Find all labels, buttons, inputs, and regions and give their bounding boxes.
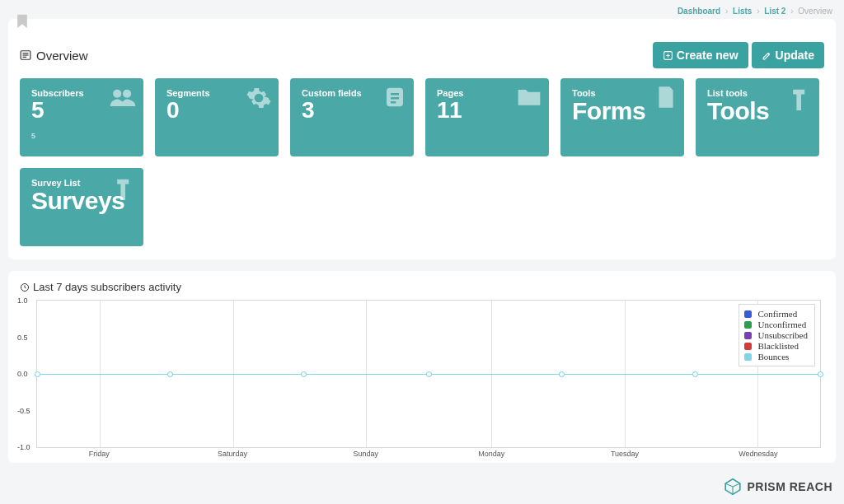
- card-custom-fields[interactable]: Custom fields 3: [290, 78, 414, 156]
- legend-label: Unsubscribed: [758, 330, 809, 340]
- legend-label: Confirmed: [758, 309, 798, 319]
- card-surveys[interactable]: Survey List Surveys: [20, 168, 143, 246]
- list-icon: [20, 49, 31, 61]
- svg-point-8: [123, 90, 131, 98]
- document-icon: [382, 85, 407, 112]
- chart-point: [35, 371, 40, 377]
- overview-panel: Overview Create new Update Subscribers 5…: [8, 19, 836, 259]
- x-tick: Wednesday: [738, 450, 777, 458]
- plus-icon: [663, 50, 673, 61]
- card-list-tools[interactable]: List tools Tools: [696, 78, 819, 156]
- x-tick: Sunday: [354, 450, 379, 458]
- chart-point: [818, 371, 823, 377]
- chart-point: [692, 371, 698, 377]
- x-tick: Tuesday: [611, 450, 639, 458]
- y-tick: 1.0: [17, 296, 28, 305]
- edit-icon: [762, 50, 772, 61]
- update-label: Update: [776, 49, 814, 62]
- chart-point: [301, 371, 307, 377]
- card-subscribers[interactable]: Subscribers 5 5: [20, 78, 143, 156]
- hammer-icon: [114, 175, 137, 205]
- card-sub: 5: [31, 132, 135, 140]
- card-pages[interactable]: Pages 11: [425, 78, 549, 156]
- gear-icon: [246, 85, 272, 114]
- breadcrumb: Dashboard › Lists › List 2 › Overview: [0, 0, 844, 19]
- legend-label: Blacklisted: [758, 341, 799, 351]
- hammer-icon: [790, 85, 813, 115]
- legend-swatch: [744, 310, 752, 318]
- breadcrumb-list2[interactable]: List 2: [764, 7, 785, 16]
- users-icon: [109, 85, 137, 112]
- card-tools-forms[interactable]: Tools Forms: [560, 78, 684, 156]
- breadcrumb-lists[interactable]: Lists: [733, 7, 752, 16]
- page-title-text: Overview: [36, 49, 88, 63]
- y-tick: -0.5: [17, 407, 30, 415]
- create-new-button[interactable]: Create new: [653, 42, 748, 68]
- brand-text: PRISM REACH: [747, 480, 832, 493]
- page-icon: [654, 85, 678, 112]
- legend-label: Bounces: [758, 352, 790, 362]
- legend-swatch: [744, 332, 752, 339]
- y-tick: -1.0: [17, 443, 30, 451]
- legend-label: Unconfirmed: [758, 320, 807, 329]
- x-tick: Friday: [89, 450, 110, 458]
- brand-logo: PRISM REACH: [724, 478, 832, 496]
- x-tick: Monday: [478, 450, 504, 458]
- chart-point: [426, 371, 432, 377]
- x-tick: Saturday: [218, 450, 247, 458]
- legend-swatch: [744, 343, 752, 350]
- chart-point: [167, 371, 173, 377]
- bookmark-icon: [16, 14, 28, 30]
- update-button[interactable]: Update: [752, 42, 824, 68]
- activity-panel: Last 7 days subscribers activity 1.0 0.5…: [8, 271, 836, 463]
- legend-swatch: [744, 321, 752, 329]
- breadcrumb-sep: ›: [725, 7, 728, 16]
- breadcrumb-current: Overview: [798, 7, 832, 16]
- y-tick: 0.0: [17, 370, 28, 378]
- breadcrumb-dashboard[interactable]: Dashboard: [678, 7, 720, 16]
- y-tick: 0.5: [17, 334, 28, 342]
- chart-point: [559, 371, 565, 377]
- clock-icon: [20, 282, 30, 292]
- create-new-label: Create new: [677, 49, 738, 62]
- breadcrumb-sep: ›: [790, 7, 793, 16]
- chart-x-axis: Friday Saturday Sunday Monday Tuesday We…: [36, 450, 821, 461]
- card-segments[interactable]: Segments 0: [155, 78, 279, 156]
- activity-chart: 1.0 0.5 0.0 -0.5 -1.0 Confirmed Unconfir…: [36, 300, 821, 448]
- breadcrumb-sep: ›: [757, 7, 759, 16]
- folder-icon: [516, 85, 542, 110]
- prism-icon: [724, 478, 742, 496]
- chart-legend: Confirmed Unconfirmed Unsubscribed Black…: [738, 304, 816, 366]
- cards-row: Subscribers 5 5 Segments 0 Custom fields…: [20, 78, 824, 246]
- svg-point-7: [113, 90, 121, 98]
- page-title: Overview: [20, 49, 88, 63]
- activity-title: Last 7 days subscribers activity: [33, 281, 181, 293]
- legend-swatch: [744, 353, 752, 361]
